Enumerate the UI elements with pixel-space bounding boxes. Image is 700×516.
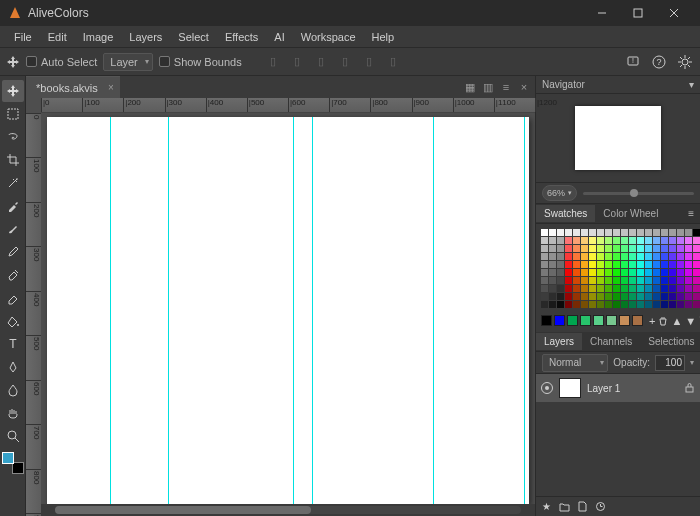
swatch-cell[interactable] xyxy=(661,229,668,236)
swatch-cell[interactable] xyxy=(669,229,676,236)
swatch-cell[interactable] xyxy=(557,285,564,292)
swatch-cell[interactable] xyxy=(693,253,700,260)
swatch-cell[interactable] xyxy=(605,301,612,308)
guide-vertical[interactable] xyxy=(168,117,169,504)
swatch-cell[interactable] xyxy=(645,237,652,244)
menu-help[interactable]: Help xyxy=(364,28,403,46)
swatch-cell[interactable] xyxy=(589,285,596,292)
swatch-cell[interactable] xyxy=(685,253,692,260)
move-tool[interactable] xyxy=(2,80,24,102)
panel-menu-icon[interactable]: ▾ xyxy=(689,79,694,90)
swatch-cell[interactable] xyxy=(677,293,684,300)
swatch-cell[interactable] xyxy=(613,277,620,284)
swatch-cell[interactable] xyxy=(693,237,700,244)
rect-select-tool[interactable] xyxy=(2,103,24,125)
swatch-cell[interactable] xyxy=(653,253,660,260)
swatch-cell[interactable] xyxy=(685,229,692,236)
swatch-cell[interactable] xyxy=(637,229,644,236)
swatch-cell[interactable] xyxy=(557,293,564,300)
swatch-cell[interactable] xyxy=(597,269,604,276)
swatch-cell[interactable] xyxy=(541,245,548,252)
swatch-cell[interactable] xyxy=(629,245,636,252)
swatch-cell[interactable] xyxy=(661,293,668,300)
swatch-cell[interactable] xyxy=(557,261,564,268)
swatch-cell[interactable] xyxy=(677,301,684,308)
swatch-cell[interactable] xyxy=(573,245,580,252)
swatch-cell[interactable] xyxy=(573,301,580,308)
swatch-add-icon[interactable]: + xyxy=(649,314,655,327)
swatch-cell[interactable] xyxy=(589,269,596,276)
swatch-cell[interactable] xyxy=(557,229,564,236)
swatch-cell[interactable] xyxy=(613,229,620,236)
swatch-cell[interactable] xyxy=(581,277,588,284)
swatch-cell[interactable] xyxy=(557,301,564,308)
ruler-vertical[interactable]: 0100200300400500600700800900 xyxy=(26,113,41,516)
hand-tool[interactable] xyxy=(2,402,24,424)
help-icon[interactable]: ? xyxy=(650,53,668,71)
swatch-cell[interactable] xyxy=(669,277,676,284)
lasso-tool[interactable] xyxy=(2,126,24,148)
swatch-cell[interactable] xyxy=(557,253,564,260)
recent-swatch[interactable] xyxy=(606,315,617,326)
swatch-cell[interactable] xyxy=(613,253,620,260)
menu-layers[interactable]: Layers xyxy=(121,28,170,46)
swatch-cell[interactable] xyxy=(573,285,580,292)
guide-vertical[interactable] xyxy=(433,117,434,504)
swatch-cell[interactable] xyxy=(549,261,556,268)
tab-menu-icon[interactable]: ≡ xyxy=(499,80,513,94)
swatches-menu-icon[interactable]: ≡ xyxy=(682,208,700,219)
swatch-cell[interactable] xyxy=(629,277,636,284)
swatch-cell[interactable] xyxy=(565,269,572,276)
menu-ai[interactable]: AI xyxy=(266,28,292,46)
swatch-cell[interactable] xyxy=(549,293,556,300)
menu-image[interactable]: Image xyxy=(75,28,122,46)
align-left-icon[interactable]: ▯ xyxy=(264,53,282,71)
swatch-cell[interactable] xyxy=(549,229,556,236)
swatch-cell[interactable] xyxy=(557,277,564,284)
swatch-cell[interactable] xyxy=(581,293,588,300)
swatch-cell[interactable] xyxy=(549,301,556,308)
swatch-cell[interactable] xyxy=(565,253,572,260)
swatch-cell[interactable] xyxy=(597,277,604,284)
eraser-tool[interactable] xyxy=(2,287,24,309)
swatch-cell[interactable] xyxy=(693,229,700,236)
swatch-cell[interactable] xyxy=(653,269,660,276)
swatch-cell[interactable] xyxy=(629,285,636,292)
swatch-cell[interactable] xyxy=(557,269,564,276)
swatch-delete-icon[interactable] xyxy=(658,314,668,327)
swatch-cell[interactable] xyxy=(645,269,652,276)
swatch-cell[interactable] xyxy=(637,277,644,284)
swatch-cell[interactable] xyxy=(573,293,580,300)
tab-color-wheel[interactable]: Color Wheel xyxy=(595,205,666,222)
menu-workspace[interactable]: Workspace xyxy=(293,28,364,46)
swatch-cell[interactable] xyxy=(661,277,668,284)
swatch-cell[interactable] xyxy=(597,229,604,236)
swatch-cell[interactable] xyxy=(637,253,644,260)
recent-swatch[interactable] xyxy=(593,315,604,326)
layer-name[interactable]: Layer 1 xyxy=(587,383,679,394)
swatch-cell[interactable] xyxy=(589,277,596,284)
swatch-cell[interactable] xyxy=(645,285,652,292)
pencil-tool[interactable] xyxy=(2,241,24,263)
blend-mode-dropdown[interactable]: Normal xyxy=(542,354,608,372)
swatch-cell[interactable] xyxy=(549,245,556,252)
swatch-cell[interactable] xyxy=(637,269,644,276)
swatch-cell[interactable] xyxy=(541,285,548,292)
swatch-cell[interactable] xyxy=(685,269,692,276)
guide-vertical[interactable] xyxy=(312,117,313,504)
swatch-cell[interactable] xyxy=(597,301,604,308)
swatch-cell[interactable] xyxy=(629,253,636,260)
swatch-cell[interactable] xyxy=(677,277,684,284)
swatch-cell[interactable] xyxy=(693,293,700,300)
layer-row[interactable]: Layer 1 xyxy=(536,374,700,402)
fill-tool[interactable] xyxy=(2,310,24,332)
swatch-cell[interactable] xyxy=(549,237,556,244)
align-right-icon[interactable]: ▯ xyxy=(312,53,330,71)
swatch-cell[interactable] xyxy=(645,293,652,300)
layer-thumbnail[interactable] xyxy=(559,378,581,398)
swatch-cell[interactable] xyxy=(653,285,660,292)
swatch-cell[interactable] xyxy=(597,245,604,252)
star-icon[interactable]: ★ xyxy=(542,501,551,512)
swatch-cell[interactable] xyxy=(645,277,652,284)
swatch-cell[interactable] xyxy=(645,229,652,236)
